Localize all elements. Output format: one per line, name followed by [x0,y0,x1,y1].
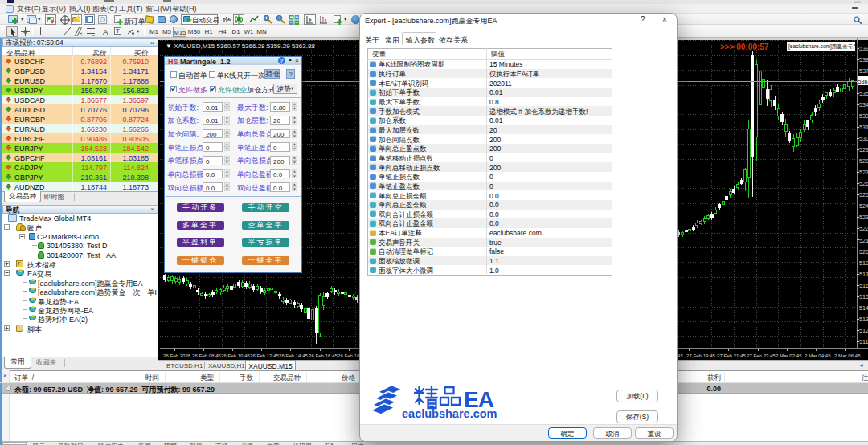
svg-text:eaclubshare.com: eaclubshare.com [402,407,497,420]
